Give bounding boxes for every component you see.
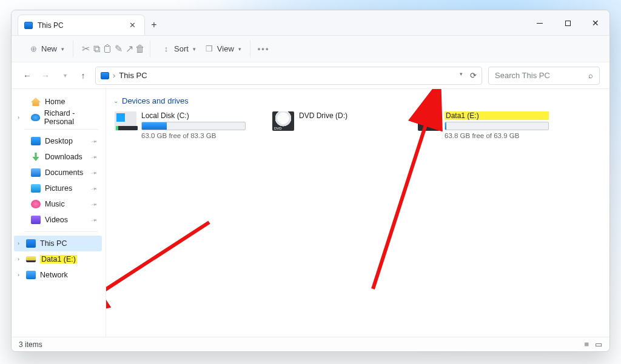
paste-icon[interactable]: 📋︎ bbox=[102, 44, 112, 54]
explorer-window: This PC ✕ + ✕ ⊕ New ▾ ✂ ⧉ 📋︎ ✎ ↗ 🗑︎ bbox=[11, 10, 610, 352]
drive-free: 63.8 GB free of 63.9 GB bbox=[445, 132, 549, 139]
windows-drive-icon bbox=[115, 111, 136, 131]
sidebar-item-pictures[interactable]: Pictures 📌︎ bbox=[14, 180, 102, 196]
data-drive-icon bbox=[418, 111, 440, 131]
sidebar-item-downloads[interactable]: Downloads 📌︎ bbox=[14, 149, 102, 165]
sidebar-item-documents[interactable]: Documents 📌︎ bbox=[14, 165, 102, 180]
up-button[interactable]: ↑ bbox=[77, 71, 89, 81]
breadcrumb-sep: › bbox=[113, 71, 115, 80]
sidebar-item-videos[interactable]: Videos 📌︎ bbox=[14, 212, 102, 228]
chevron-down-icon: ▾ bbox=[61, 46, 64, 52]
new-label: New bbox=[41, 44, 57, 53]
usage-bar bbox=[141, 122, 246, 130]
address-path: This PC bbox=[119, 71, 147, 80]
copy-icon[interactable]: ⧉ bbox=[92, 44, 101, 54]
section-title: Devices and drives bbox=[122, 96, 189, 105]
details-view-icon[interactable]: ≡ bbox=[584, 340, 589, 349]
sidebar-home[interactable]: Home bbox=[14, 94, 102, 110]
drive-free: 63.0 GB free of 83.3 GB bbox=[141, 132, 246, 139]
sidebar-label: Pictures bbox=[45, 184, 72, 193]
sidebar-item-network[interactable]: › Network bbox=[14, 267, 102, 283]
minimize-button[interactable] bbox=[526, 10, 554, 36]
address-bar[interactable]: › This PC ▾ ⟳ bbox=[95, 67, 482, 85]
pin-icon: 📌︎ bbox=[90, 168, 99, 177]
document-icon bbox=[31, 168, 41, 177]
chevron-down-icon: ▾ bbox=[238, 46, 241, 52]
tiles-view-icon[interactable]: ▭ bbox=[595, 340, 602, 349]
home-icon bbox=[31, 98, 41, 106]
pc-icon bbox=[24, 22, 33, 29]
section-header[interactable]: ⌄ Devices and drives bbox=[113, 96, 602, 105]
new-button[interactable]: ⊕ New ▾ bbox=[25, 42, 68, 56]
delete-icon[interactable]: 🗑︎ bbox=[135, 44, 145, 54]
drive-name: DVD Drive (D:) bbox=[299, 111, 347, 120]
tab-this-pc[interactable]: This PC ✕ bbox=[18, 15, 145, 35]
content-pane[interactable]: ⌄ Devices and drives Local Disk (C:) 63.… bbox=[106, 89, 609, 337]
pc-icon bbox=[101, 72, 109, 79]
folder-icon bbox=[31, 137, 41, 145]
recent-locations-button[interactable]: ▾ bbox=[59, 72, 71, 79]
share-icon[interactable]: ↗ bbox=[124, 44, 134, 54]
drive-dvd-d[interactable]: DVD Drive (D:) bbox=[271, 110, 392, 132]
back-button[interactable]: ← bbox=[21, 71, 33, 81]
sort-button[interactable]: ↕ Sort ▾ bbox=[158, 42, 200, 56]
plus-icon: ⊕ bbox=[29, 44, 38, 54]
more-button[interactable]: ••• bbox=[258, 44, 270, 53]
close-tab-icon[interactable]: ✕ bbox=[127, 21, 138, 30]
expand-icon[interactable]: › bbox=[18, 240, 19, 247]
pin-icon: 📌︎ bbox=[90, 153, 99, 162]
music-icon bbox=[31, 200, 41, 208]
sidebar-separator bbox=[25, 231, 98, 232]
sidebar-item-this-pc[interactable]: › This PC bbox=[14, 236, 102, 251]
search-placeholder: Search This PC bbox=[495, 71, 550, 80]
drives-row: Local Disk (C:) 63.0 GB free of 83.3 GB … bbox=[113, 110, 602, 141]
network-icon bbox=[26, 271, 36, 279]
sidebar-label: This PC bbox=[40, 239, 67, 248]
drive-icon bbox=[26, 256, 36, 262]
sidebar-label: Network bbox=[40, 271, 68, 279]
sidebar-item-desktop[interactable]: Desktop 📌︎ bbox=[14, 133, 102, 149]
usage-bar bbox=[445, 122, 549, 130]
rename-icon[interactable]: ✎ bbox=[113, 44, 123, 54]
chevron-down-icon: ▾ bbox=[193, 46, 196, 52]
view-button[interactable]: ❒ View ▾ bbox=[201, 42, 245, 56]
drive-local-disk-c[interactable]: Local Disk (C:) 63.0 GB free of 83.3 GB bbox=[113, 110, 247, 141]
titlebar: This PC ✕ + ✕ bbox=[12, 10, 609, 36]
dvd-drive-icon bbox=[272, 111, 294, 131]
drive-name: Local Disk (C:) bbox=[141, 111, 246, 120]
refresh-button[interactable]: ⟳ bbox=[470, 71, 477, 80]
toolbar: ⊕ New ▾ ✂ ⧉ 📋︎ ✎ ↗ 🗑︎ ↕ Sort ▾ ❒ View ▾ bbox=[12, 36, 609, 62]
video-icon bbox=[31, 216, 41, 224]
collapse-icon[interactable]: ⌄ bbox=[113, 98, 118, 104]
cloud-icon bbox=[31, 114, 40, 121]
status-bar: 3 items ≡ ▭ bbox=[12, 337, 609, 351]
maximize-button[interactable] bbox=[554, 10, 582, 36]
new-tab-button[interactable]: + bbox=[145, 15, 163, 35]
sidebar-item-data1[interactable]: › Data1 (E:) bbox=[14, 251, 102, 267]
sidebar-label: Downloads bbox=[45, 153, 82, 161]
sidebar-label: Home bbox=[45, 98, 65, 106]
svg-line-2 bbox=[373, 119, 428, 289]
view-icon: ❒ bbox=[204, 44, 214, 54]
expand-icon[interactable]: › bbox=[18, 114, 19, 121]
pin-icon: 📌︎ bbox=[90, 184, 99, 193]
expand-icon[interactable]: › bbox=[18, 256, 19, 262]
sidebar-personal[interactable]: › Richard - Personal bbox=[14, 110, 102, 125]
forward-button[interactable]: → bbox=[39, 71, 52, 81]
close-button[interactable]: ✕ bbox=[582, 10, 609, 36]
item-count: 3 items bbox=[19, 340, 42, 349]
sidebar-label: Desktop bbox=[45, 137, 73, 145]
sidebar-label: Data1 (E:) bbox=[40, 255, 77, 263]
chevron-down-icon[interactable]: ▾ bbox=[460, 71, 463, 80]
cut-icon[interactable]: ✂ bbox=[81, 44, 90, 54]
sidebar-item-music[interactable]: Music 📌︎ bbox=[14, 196, 102, 212]
view-label: View bbox=[217, 44, 234, 53]
annotation-arrow-left bbox=[106, 113, 306, 309]
search-input[interactable]: Search This PC ⌕ bbox=[488, 67, 600, 85]
window-controls: ✕ bbox=[526, 10, 609, 36]
expand-icon[interactable]: › bbox=[18, 272, 19, 278]
picture-icon bbox=[31, 184, 41, 193]
address-bar-row: ← → ▾ ↑ › This PC ▾ ⟳ Search This PC ⌕ bbox=[12, 62, 609, 89]
download-icon bbox=[31, 153, 41, 161]
drive-data1-e[interactable]: Data1 (E:) 63.8 GB free of 63.9 GB bbox=[417, 110, 550, 141]
